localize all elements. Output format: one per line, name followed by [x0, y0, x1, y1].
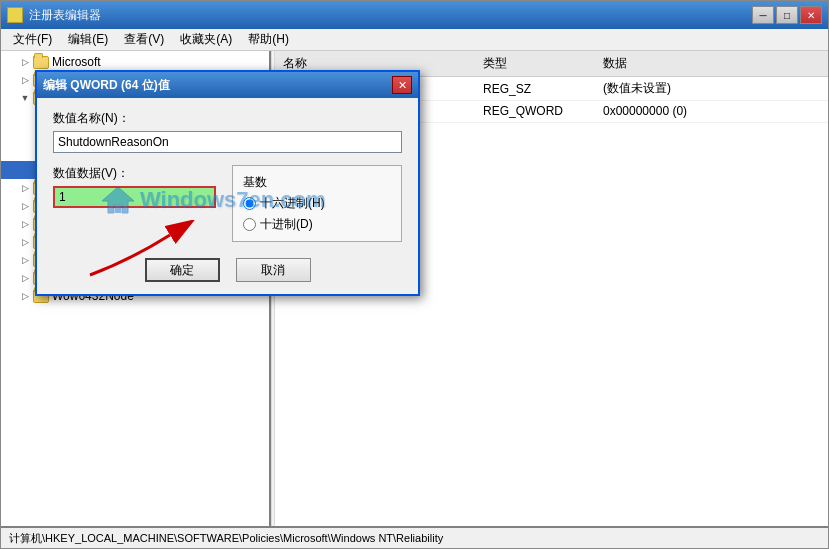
dialog-data-label: 数值数据(V)：	[53, 165, 216, 182]
dialog-name-input[interactable]	[53, 131, 402, 153]
radio-dec[interactable]: 十进制(D)	[243, 216, 391, 233]
dialog-base-group: 基数 十六进制(H) 十进制(D)	[232, 165, 402, 242]
dialog-body: 数值名称(N)： 数值数据(V)： 基数 十六进制(H)	[37, 98, 418, 294]
dialog-title: 编辑 QWORD (64 位)值	[43, 77, 170, 94]
radio-dec-label: 十进制(D)	[260, 216, 313, 233]
dialog-row: 数值数据(V)： 基数 十六进制(H) 十进制(D)	[53, 165, 402, 242]
dialog-overlay: 编辑 QWORD (64 位)值 ✕ 数值名称(N)： 数值数据(V)： 基数 …	[0, 0, 829, 549]
dialog-cancel-button[interactable]: 取消	[236, 258, 311, 282]
edit-qword-dialog: 编辑 QWORD (64 位)值 ✕ 数值名称(N)： 数值数据(V)： 基数 …	[35, 70, 420, 296]
dialog-data-input[interactable]	[53, 186, 216, 208]
radio-hex[interactable]: 十六进制(H)	[243, 195, 391, 212]
dialog-title-bar: 编辑 QWORD (64 位)值 ✕	[37, 72, 418, 98]
dialog-name-label: 数值名称(N)：	[53, 110, 402, 127]
dialog-left: 数值数据(V)：	[53, 165, 216, 208]
radio-hex-label: 十六进制(H)	[260, 195, 325, 212]
dialog-buttons: 确定 取消	[53, 258, 402, 282]
dialog-ok-button[interactable]: 确定	[145, 258, 220, 282]
radio-group: 十六进制(H) 十进制(D)	[243, 195, 391, 233]
dialog-base-label: 基数	[243, 174, 391, 191]
radio-hex-input[interactable]	[243, 197, 256, 210]
dialog-close-button[interactable]: ✕	[392, 76, 412, 94]
radio-dec-input[interactable]	[243, 218, 256, 231]
